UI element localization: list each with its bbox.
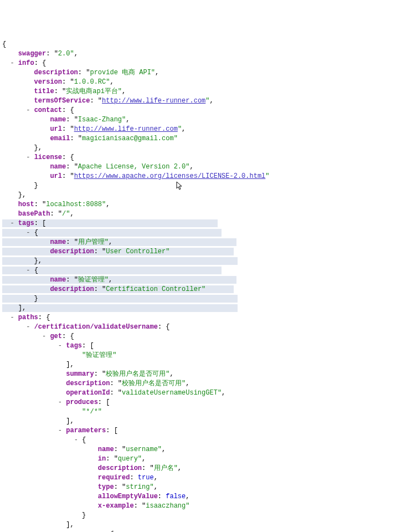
key-paths: paths bbox=[18, 314, 38, 321]
val-get-desc: 校验用户名是否可用 bbox=[122, 380, 182, 387]
toggle-produces[interactable]: - bbox=[58, 398, 62, 406]
val-produces0: */* bbox=[86, 408, 98, 416]
key-host: host bbox=[18, 201, 34, 208]
key-tag1-desc: description bbox=[50, 285, 94, 293]
val-host: localhost:8088 bbox=[46, 201, 102, 208]
link-termsOfService[interactable]: http://www.life-runner.com bbox=[102, 97, 205, 105]
key-contact-name: name bbox=[50, 116, 66, 124]
key-parameters: parameters bbox=[66, 427, 106, 434]
key-termsOfService: termsOfService bbox=[34, 97, 90, 105]
val-operationId: validateUsernameUsingGET bbox=[122, 389, 218, 397]
val-tag1-desc: Certification Controller bbox=[106, 285, 202, 293]
key-summary: summary bbox=[66, 370, 94, 378]
toggle-info[interactable]: - bbox=[10, 59, 14, 67]
key-path0: /certification/validateUsername bbox=[34, 323, 158, 331]
key-get: get bbox=[50, 332, 62, 340]
toggle-tag1[interactable]: - bbox=[26, 267, 30, 274]
val-param-desc: 用户名 bbox=[154, 464, 174, 472]
key-param-desc: description bbox=[98, 464, 142, 472]
key-param-in: in bbox=[98, 455, 106, 463]
highlight-tags: - tags: [ - { name: "用户管理", description:… bbox=[2, 219, 238, 312]
key-version: version bbox=[34, 78, 62, 86]
key-swagger: swagger bbox=[18, 50, 46, 58]
key-tag1-name: name bbox=[50, 276, 66, 284]
toggle-contact[interactable]: - bbox=[26, 106, 30, 114]
key-tag0-desc: description bbox=[50, 248, 94, 255]
val-title: 实战电商api平台 bbox=[66, 88, 118, 95]
toggle-license[interactable]: - bbox=[26, 154, 30, 161]
val-tag0-name: 用户管理 bbox=[78, 238, 105, 246]
key-produces: produces bbox=[66, 398, 98, 406]
val-param-in: query bbox=[118, 455, 138, 463]
key-contact: contact bbox=[34, 106, 62, 114]
val-param-required: true bbox=[138, 474, 154, 482]
toggle-param0[interactable]: - bbox=[74, 436, 78, 444]
key-license-url: url bbox=[50, 172, 62, 180]
val-description: provide 电商 API bbox=[90, 69, 151, 76]
toggle-parameters[interactable]: - bbox=[58, 427, 62, 434]
key-contact-url: url bbox=[50, 125, 62, 133]
key-param-type: type bbox=[98, 483, 114, 491]
link-contact-url[interactable]: http://www.life-runner.com bbox=[74, 125, 178, 133]
val-version: 1.0.0.RC bbox=[74, 78, 106, 86]
toggle-get-tags[interactable]: - bbox=[58, 342, 62, 350]
toggle-paths[interactable]: - bbox=[10, 314, 14, 321]
json-viewer: { swagger: "2.0", - info: { description:… bbox=[2, 40, 415, 532]
key-operationId: operationId bbox=[66, 389, 110, 397]
key-param-allowEmpty: allowEmptyValue bbox=[98, 493, 158, 500]
val-get-tags0: 验证管理 bbox=[86, 351, 112, 359]
val-summary: 校验用户名是否可用 bbox=[106, 370, 166, 378]
toggle-tags[interactable]: - bbox=[10, 219, 14, 227]
key-description: description bbox=[34, 69, 78, 76]
val-param-allowEmpty: false bbox=[166, 493, 186, 500]
val-tag0-desc: User Controller bbox=[106, 248, 166, 255]
key-license-name: name bbox=[50, 163, 66, 171]
key-get-desc: description bbox=[66, 380, 110, 387]
key-license: license bbox=[34, 154, 62, 161]
val-param-xexample: isaaczhang bbox=[146, 502, 186, 510]
toggle-path0[interactable]: - bbox=[26, 323, 30, 331]
toggle-get[interactable]: - bbox=[42, 332, 46, 340]
val-contact-email: magicianisaac@gmail.com bbox=[82, 135, 174, 142]
key-param-xexample: x-example bbox=[98, 502, 134, 510]
key-basePath: basePath bbox=[18, 210, 50, 218]
val-license-name: Apache License, Version 2.0 bbox=[78, 163, 186, 171]
key-info: info bbox=[18, 59, 34, 67]
val-contact-name: Isaac-Zhang bbox=[78, 116, 122, 124]
key-tag0-name: name bbox=[50, 238, 66, 246]
val-param-type: string bbox=[126, 483, 150, 491]
val-param-name: username bbox=[126, 446, 158, 453]
link-license-url[interactable]: https://www.apache.org/licenses/LICENSE-… bbox=[74, 172, 266, 180]
key-param-name: name bbox=[98, 446, 114, 453]
key-get-tags: tags bbox=[66, 342, 82, 350]
toggle-tag0[interactable]: - bbox=[26, 229, 30, 237]
val-tag1-name: 验证管理 bbox=[78, 276, 105, 284]
key-tags: tags bbox=[18, 219, 34, 227]
key-contact-email: email bbox=[50, 135, 70, 142]
key-param-required: required bbox=[98, 474, 130, 482]
key-title: title bbox=[34, 88, 54, 95]
val-swagger: 2.0 bbox=[58, 50, 70, 58]
